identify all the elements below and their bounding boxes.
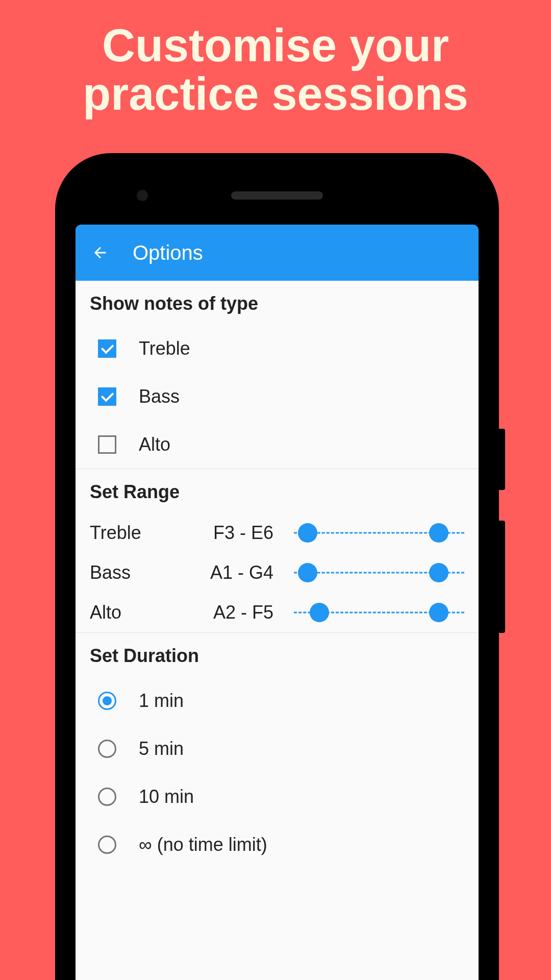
range-slider-treble[interactable] bbox=[294, 523, 464, 543]
checkbox-row-bass[interactable]: Bass bbox=[76, 373, 479, 421]
radio-label: 1 min bbox=[139, 690, 184, 712]
phone-speaker bbox=[231, 191, 323, 200]
radio-label: 5 min bbox=[139, 738, 184, 760]
radio-duration-0[interactable] bbox=[98, 692, 116, 710]
range-row-bass: BassA1 - G4 bbox=[76, 553, 479, 593]
range-row-alto: AltoA2 - F5 bbox=[76, 593, 479, 632]
section-header-set-range: Set Range bbox=[76, 469, 479, 513]
radio-row-duration-0[interactable]: 1 min bbox=[76, 677, 479, 725]
range-value: F3 - E6 bbox=[187, 522, 273, 544]
phone-frame: Options Show notes of type TrebleBassAlt… bbox=[55, 153, 499, 980]
arrow-left-icon bbox=[91, 244, 109, 261]
radio-label: 10 min bbox=[139, 786, 194, 807]
range-row-treble: TrebleF3 - E6 bbox=[76, 513, 479, 553]
section-show-notes: Show notes of type TrebleBassAlto bbox=[76, 281, 479, 469]
radio-row-duration-3[interactable]: ∞ (no time limit) bbox=[76, 821, 479, 869]
range-name: Alto bbox=[90, 602, 177, 623]
phone-side-button-2 bbox=[499, 521, 505, 633]
checkbox-bass[interactable] bbox=[98, 387, 116, 406]
section-header-show-notes: Show notes of type bbox=[76, 281, 479, 325]
range-name: Bass bbox=[90, 562, 177, 583]
section-set-range: Set Range TrebleF3 - E6BassA1 - G4AltoA2… bbox=[76, 469, 479, 633]
radio-label: ∞ (no time limit) bbox=[139, 834, 267, 855]
slider-thumb-low[interactable] bbox=[298, 563, 317, 582]
app-screen: Options Show notes of type TrebleBassAlt… bbox=[76, 225, 479, 980]
promo-line-1: Customise your bbox=[102, 20, 449, 71]
app-bar-title: Options bbox=[133, 241, 203, 264]
range-value: A1 - G4 bbox=[187, 562, 273, 583]
slider-thumb-high[interactable] bbox=[429, 523, 448, 543]
phone-camera bbox=[137, 190, 148, 201]
app-bar: Options bbox=[76, 225, 479, 281]
range-slider-alto[interactable] bbox=[294, 602, 464, 623]
range-slider-bass[interactable] bbox=[294, 562, 464, 583]
section-header-set-duration: Set Duration bbox=[76, 633, 479, 677]
radio-duration-3[interactable] bbox=[98, 836, 116, 854]
checkbox-row-alto[interactable]: Alto bbox=[76, 421, 479, 469]
checkbox-label: Treble bbox=[139, 338, 190, 359]
back-button[interactable] bbox=[88, 240, 112, 265]
slider-thumb-low[interactable] bbox=[310, 603, 329, 622]
section-set-duration: Set Duration 1 min5 min10 min∞ (no time … bbox=[76, 633, 479, 869]
slider-thumb-low[interactable] bbox=[298, 523, 317, 543]
promo-line-2: practice sessions bbox=[83, 68, 468, 119]
slider-thumb-high[interactable] bbox=[429, 563, 448, 582]
checkbox-alto[interactable] bbox=[98, 435, 116, 454]
checkbox-row-treble[interactable]: Treble bbox=[76, 325, 479, 373]
radio-row-duration-1[interactable]: 5 min bbox=[76, 725, 479, 773]
range-value: A2 - F5 bbox=[187, 602, 273, 623]
radio-duration-2[interactable] bbox=[98, 788, 116, 806]
range-name: Treble bbox=[90, 522, 177, 544]
checkbox-treble[interactable] bbox=[98, 339, 116, 358]
checkbox-label: Bass bbox=[139, 386, 180, 407]
phone-side-button-1 bbox=[499, 429, 505, 490]
promo-headline: Customise your practice sessions bbox=[0, 21, 551, 118]
checkbox-label: Alto bbox=[139, 434, 170, 455]
radio-row-duration-2[interactable]: 10 min bbox=[76, 773, 479, 821]
radio-duration-1[interactable] bbox=[98, 740, 116, 758]
slider-thumb-high[interactable] bbox=[429, 603, 448, 622]
